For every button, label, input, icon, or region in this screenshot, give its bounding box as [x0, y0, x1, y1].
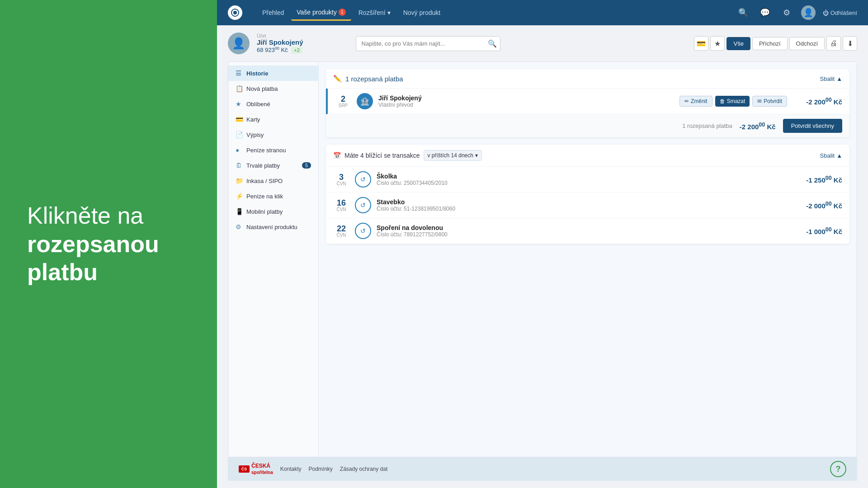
sidebar-item-vypisy[interactable]: 📄 Výpisy	[228, 127, 318, 142]
search-submit-icon[interactable]: 🔍	[488, 39, 497, 48]
sidebar-item-penize-klik[interactable]: ⚡ Peníze na klik	[228, 188, 318, 204]
print-icon-btn[interactable]: 🖨	[826, 36, 841, 51]
nav-vase-produkty[interactable]: Vaše produkty 1	[291, 5, 351, 21]
balance-badge: +2	[291, 47, 302, 54]
svg-point-1	[233, 11, 237, 14]
draft-payment-row[interactable]: 2 SRP 🏦 Jiří Spokojený Vlastní převod ✏ …	[326, 89, 849, 114]
footer-links: Kontakty Podmínky Zásady ochrany dat	[280, 466, 387, 472]
draft-collapse[interactable]: Sbalit ▲	[820, 75, 842, 82]
payment-date: 2 SRP	[335, 95, 351, 108]
draft-header: ✏️ 1 rozepsaná platba Sbalit ▲	[326, 69, 849, 89]
messages-icon[interactable]: 💬	[758, 5, 772, 20]
products-badge: 1	[339, 9, 346, 16]
nav-rozsireni[interactable]: Rozšíření ▾	[353, 5, 396, 21]
logout-icon: ⏻	[823, 9, 829, 16]
footer-link-zasady[interactable]: Zásady ochrany dat	[340, 466, 387, 472]
edit-icon: ✏	[684, 98, 689, 104]
confirm-icon: ✉	[757, 98, 762, 104]
new-payment-icon: 📋	[236, 85, 243, 92]
logo[interactable]	[228, 5, 242, 20]
edit-payment-button[interactable]: ✏ Změnit	[679, 96, 712, 107]
user-info: Účet Jiří Spokojený 68 92300 Kč +2	[257, 33, 303, 53]
trans-amount-1: -2 00000 Kč	[793, 201, 842, 210]
search-bar: 🔍	[356, 36, 500, 51]
sidebar-item-mobilni-platby[interactable]: 📱 Mobilní platby	[228, 204, 318, 219]
search-icon[interactable]: 🔍	[736, 5, 750, 20]
nav-novy-produkt[interactable]: Nový produkt	[398, 5, 446, 21]
logout-button[interactable]: ⏻ Odhlášení	[823, 9, 857, 16]
trans-icon-1: ↺	[355, 197, 371, 213]
transaction-row-2[interactable]: 22 ČVN ↺ Spoření na dovolenou Číslo účtu…	[326, 218, 849, 244]
upcoming-header: 📅 Máte 4 blížící se transakce v příštích…	[326, 145, 849, 167]
savings-icon: ●	[236, 146, 243, 154]
instant-payment-icon: ⚡	[236, 192, 243, 200]
upcoming-collapse[interactable]: Sbalit ▲	[820, 152, 842, 159]
standing-order-badge: 5	[302, 162, 311, 169]
sidebar-item-trvale-platby[interactable]: 🗓 Trvalé platby 5	[228, 158, 318, 173]
filter-all[interactable]: Vše	[726, 37, 750, 50]
card-icon: 💳	[236, 116, 243, 123]
confirm-all-button[interactable]: Potvrdit všechny	[783, 119, 842, 133]
upcoming-collapse-icon: ▲	[836, 152, 842, 159]
user-balance: 68 92300 Kč +2	[257, 46, 303, 53]
top-nav: Přehled Vaše produkty 1 Rozšíření ▾ Nový…	[217, 0, 868, 25]
transaction-row-0[interactable]: 3 ČVN ↺ Školka Číslo účtu: 2500734405/20…	[326, 167, 849, 192]
download-icon-btn[interactable]: ⬇	[843, 36, 857, 51]
help-button[interactable]: ?	[830, 461, 846, 477]
headline-line1: Klikněte na	[27, 202, 159, 230]
sidebar-item-oblibene[interactable]: ★ Oblíbené	[228, 96, 318, 112]
summary-label: 1 rozepsaná platba	[682, 122, 732, 129]
user-avatar: 👤	[228, 33, 250, 54]
payment-type-icon: 🏦	[357, 93, 373, 109]
payment-icon-btn[interactable]: 💳	[694, 36, 708, 51]
user-name: Jiří Spokojený	[257, 38, 303, 46]
favorite-icon: ★	[236, 100, 243, 108]
transaction-row-1[interactable]: 16 ČVN ↺ Stavebko Číslo účtu: 51-1238199…	[326, 192, 849, 218]
trans-info-1: Stavebko Číslo účtu: 51-1238199501/8060	[377, 198, 793, 212]
logo-box: ČS	[239, 465, 250, 473]
trans-icon-0: ↺	[355, 171, 371, 188]
sidebar-item-penize-stranou[interactable]: ● Peníze stranou	[228, 142, 318, 158]
footer-logo: ČS ČESKÁspořitelna	[239, 463, 273, 475]
statement-icon: 📄	[236, 131, 243, 138]
payment-info: Jiří Spokojený Vlastní převod	[378, 94, 679, 108]
calendar-icon: 📅	[333, 152, 341, 159]
collapse-icon: ▲	[836, 75, 842, 82]
search-input[interactable]	[356, 36, 500, 51]
sidebar-item-nova-platba[interactable]: 📋 Nová platba	[228, 81, 318, 96]
delete-icon: 🗑	[720, 98, 725, 104]
main-content: 👤 Účet Jiří Spokojený 68 92300 Kč +2 🔍 💳…	[217, 25, 868, 488]
draft-summary-row: 1 rozepsaná platba -2 20000 Kč Potvrdit …	[326, 114, 849, 137]
footer-link-podminky[interactable]: Podmínky	[309, 466, 333, 472]
history-icon: ☰	[236, 70, 243, 77]
trans-info-0: Školka Číslo účtu: 2500734405/2010	[377, 173, 793, 186]
direct-debit-icon: 📁	[236, 177, 243, 184]
app-window: ☰ Historie 📋 Nová platba ★ Oblíbené 💳 Ka…	[228, 61, 857, 457]
settings-icon[interactable]: ⚙	[779, 5, 794, 20]
filter-buttons: 💳 ★ Vše Příchozí Odchozí 🖨 ⬇	[694, 36, 857, 51]
filter-incoming[interactable]: Příchozí	[752, 37, 788, 50]
sidebar-item-karty[interactable]: 💳 Karty	[228, 112, 318, 127]
filter-chevron-icon: ▾	[475, 152, 478, 159]
filter-outgoing[interactable]: Odchozí	[789, 37, 825, 50]
footer-link-kontakty[interactable]: Kontakty	[280, 466, 302, 472]
sidebar: ☰ Historie 📋 Nová platba ★ Oblíbené 💳 Ka…	[228, 62, 319, 457]
user-avatar-nav[interactable]: 👤	[801, 5, 816, 20]
upcoming-filter[interactable]: v příštích 14 dnech ▾	[424, 150, 482, 161]
confirm-payment-button[interactable]: ✉ Potvrdit	[752, 96, 787, 107]
summary-amount: -2 20000 Kč	[740, 122, 776, 131]
payment-amount: -2 20000 Kč	[793, 97, 842, 106]
sidebar-item-historie[interactable]: ☰ Historie	[228, 66, 318, 81]
nav-prehled[interactable]: Přehled	[257, 5, 289, 21]
chevron-down-icon: ▾	[387, 9, 391, 16]
panel-main: ✏️ 1 rozepsaná platba Sbalit ▲ 2 SRP	[319, 62, 857, 457]
headline: Klikněte na rozepsanou platbu	[27, 202, 159, 286]
sidebar-item-inkasa[interactable]: 📁 Inkasa / SIPO	[228, 173, 318, 188]
draft-payments-section: ✏️ 1 rozepsaná platba Sbalit ▲ 2 SRP	[326, 69, 849, 137]
favorite-icon-btn[interactable]: ★	[710, 36, 725, 51]
right-area: Přehled Vaše produkty 1 Rozšíření ▾ Nový…	[217, 0, 868, 488]
pencil-icon: ✏️	[333, 75, 342, 83]
delete-payment-button[interactable]: 🗑 Smazat	[715, 96, 750, 107]
sidebar-item-nastaveni[interactable]: ⚙ Nastavení produktu	[228, 219, 318, 235]
trans-icon-2: ↺	[355, 223, 371, 239]
